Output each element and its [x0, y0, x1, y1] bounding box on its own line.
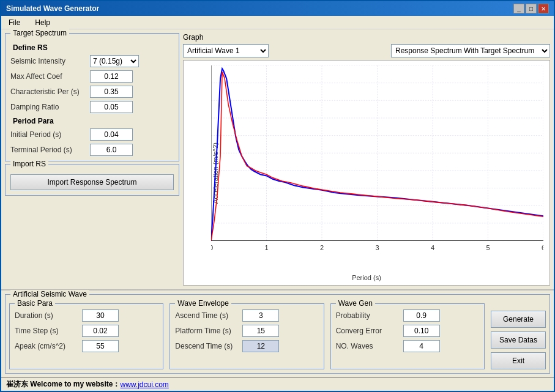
chart-area: 1.2 1.08 0.96 0.84 0.72 0.60 0.48 0.36 0… — [211, 65, 543, 267]
basic-para-group: Basic Para Duration (s) Time Step (s) Ap… — [9, 303, 163, 369]
maximize-button[interactable]: □ — [526, 4, 537, 13]
generate-button[interactable]: Generate — [491, 311, 546, 328]
no-waves-input[interactable] — [403, 340, 440, 352]
window-title: Simulated Wave Generator — [6, 4, 99, 13]
menu-file[interactable]: File — [6, 17, 23, 28]
duration-row: Duration (s) — [15, 309, 158, 322]
terminal-period-input[interactable] — [90, 144, 133, 156]
max-affect-coef-label: Max Affect Coef — [10, 72, 90, 81]
svg-text:3: 3 — [375, 244, 379, 251]
descend-time-input[interactable] — [242, 340, 279, 352]
time-step-label: Time Step (s) — [15, 327, 82, 335]
no-waves-row: NO. Waves — [336, 340, 479, 352]
exit-button[interactable]: Exit — [491, 352, 546, 369]
max-affect-coef-row: Max Affect Coef — [10, 70, 174, 83]
menu-bar: File Help — [1, 16, 554, 29]
close-button[interactable]: ✕ — [538, 4, 549, 13]
menu-help[interactable]: Help — [32, 17, 53, 28]
svg-text:5: 5 — [486, 244, 490, 251]
apeak-input[interactable] — [82, 340, 119, 352]
initial-period-input[interactable] — [90, 128, 133, 141]
initial-period-row: Initial Period (s) — [10, 128, 174, 141]
characteristic-per-row: Characteristic Per (s) — [10, 86, 174, 98]
artificial-seismic-label: Artificial Seismic Wave — [10, 290, 89, 298]
status-link[interactable]: www.jdcui.com — [121, 380, 169, 389]
status-text: 崔济东 Welcome to my website： — [6, 379, 121, 390]
wave-select[interactable]: Artificial Wave 1 Artificial Wave 2 Arti… — [183, 44, 269, 57]
define-rs-label: Define RS — [10, 43, 174, 52]
graph-type-select[interactable]: Response Spectrum With Target Spectrum T… — [391, 44, 550, 57]
ascend-time-input[interactable] — [242, 309, 279, 322]
converg-error-row: Converg Error — [336, 325, 479, 337]
characteristic-per-label: Characteristic Per (s) — [10, 87, 90, 96]
wave-envelope-group: Wave Envelope Ascend Time (s) Platform T… — [169, 303, 324, 369]
apeak-label: Apeak (cm/s^2) — [15, 342, 82, 350]
wave-gen-label: Wave Gen — [336, 299, 375, 308]
x-axis-label: Period (s) — [352, 274, 381, 281]
time-step-input[interactable] — [82, 325, 119, 337]
seismic-intensity-row: Seismic Intensity 7 (0.15g) — [10, 55, 174, 67]
save-datas-button[interactable]: Save Datas — [491, 331, 546, 349]
initial-period-label: Initial Period (s) — [10, 130, 90, 139]
title-bar: Simulated Wave Generator _ □ ✕ — [1, 1, 554, 16]
time-step-row: Time Step (s) — [15, 325, 158, 337]
damping-ratio-input[interactable] — [90, 101, 133, 113]
chart-svg: 1.2 1.08 0.96 0.84 0.72 0.60 0.48 0.36 0… — [211, 65, 543, 267]
terminal-period-label: Terminal Period (s) — [10, 146, 90, 154]
main-window: Simulated Wave Generator _ □ ✕ File Help… — [0, 0, 555, 392]
characteristic-per-input[interactable] — [90, 86, 133, 98]
converg-error-label: Converg Error — [336, 327, 403, 335]
status-bar: 崔济东 Welcome to my website： www.jdcui.com — [1, 377, 554, 391]
probability-input[interactable] — [403, 309, 440, 322]
descend-time-label: Descend Time (s) — [175, 342, 242, 350]
max-affect-coef-input[interactable] — [90, 70, 133, 83]
platform-time-row: Platform Time (s) — [175, 325, 318, 337]
svg-text:2: 2 — [320, 244, 324, 251]
svg-text:4: 4 — [431, 244, 434, 251]
minimize-button[interactable]: _ — [513, 4, 524, 13]
duration-label: Duration (s) — [15, 311, 82, 320]
action-buttons: Generate Save Datas Exit — [491, 303, 546, 369]
svg-text:6: 6 — [542, 244, 543, 251]
descend-time-row: Descend Time (s) — [175, 340, 318, 352]
target-spectrum-label: Target Spectrum — [10, 29, 69, 37]
terminal-period-row: Terminal Period (s) — [10, 144, 174, 156]
svg-text:0: 0 — [211, 244, 213, 251]
probability-label: Probability — [336, 311, 403, 320]
main-content: Target Spectrum Define RS Seismic Intens… — [1, 29, 554, 289]
import-rs-button[interactable]: Import Response Spectrum — [10, 174, 174, 190]
window-controls: _ □ ✕ — [513, 4, 549, 13]
left-panel: Target Spectrum Define RS Seismic Intens… — [5, 33, 179, 286]
probability-row: Probability — [336, 309, 479, 322]
chart-container: Acceleration (m/s^2) Period (s) — [183, 60, 550, 286]
seismic-intensity-select[interactable]: 7 (0.15g) — [90, 55, 139, 67]
ascend-time-row: Ascend Time (s) — [175, 309, 318, 322]
svg-text:1: 1 — [264, 244, 268, 251]
ascend-time-label: Ascend Time (s) — [175, 311, 242, 320]
apeak-row: Apeak (cm/s^2) — [15, 340, 158, 352]
damping-ratio-row: Damping Ratio — [10, 101, 174, 113]
graph-label: Graph — [183, 33, 203, 42]
basic-para-label: Basic Para — [15, 299, 55, 308]
platform-time-input[interactable] — [242, 325, 279, 337]
right-panel: Graph Artificial Wave 1 Artificial Wave … — [183, 33, 550, 286]
platform-time-label: Platform Time (s) — [175, 327, 242, 335]
duration-input[interactable] — [82, 309, 119, 322]
wave-envelope-label: Wave Envelope — [175, 299, 231, 308]
converg-error-input[interactable] — [403, 325, 440, 337]
seismic-intensity-label: Seismic Intensity — [10, 57, 90, 65]
target-spectrum-group: Target Spectrum Define RS Seismic Intens… — [5, 33, 179, 161]
damping-ratio-label: Damping Ratio — [10, 103, 90, 111]
period-para-label: Period Para — [10, 117, 174, 125]
wave-gen-group: Wave Gen Probability Converg Error NO. W… — [330, 303, 485, 369]
graph-controls: Artificial Wave 1 Artificial Wave 2 Arti… — [183, 44, 550, 57]
no-waves-label: NO. Waves — [336, 342, 403, 350]
import-rs-label: Import RS — [10, 160, 48, 168]
graph-section: Graph Artificial Wave 1 Artificial Wave … — [183, 33, 550, 286]
bottom-section: Artificial Seismic Wave Basic Para Durat… — [1, 289, 554, 377]
import-rs-group: Import RS Import Response Spectrum — [5, 164, 179, 196]
